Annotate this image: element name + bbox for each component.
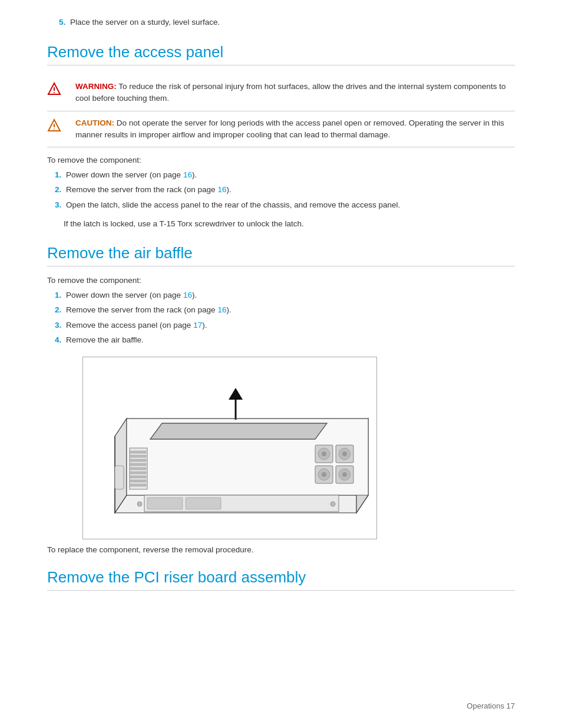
list-item: Power down the server (on page 16). (64, 169, 515, 181)
svg-point-41 (330, 502, 335, 506)
svg-rect-15 (130, 455, 146, 457)
svg-point-2 (54, 92, 55, 93)
svg-rect-17 (130, 463, 146, 466)
svg-rect-19 (130, 472, 146, 474)
svg-point-34 (342, 472, 347, 477)
section-access-panel: Remove the access panel WARNING: To redu… (47, 43, 515, 230)
intro-step: 5. Place the server on a sturdy, level s… (47, 18, 515, 27)
svg-rect-22 (130, 484, 146, 486)
caution-icon (47, 118, 68, 134)
figure-air-baffle (82, 357, 377, 539)
list-item: Remove the air baffle. (64, 334, 515, 346)
svg-rect-14 (130, 451, 146, 453)
section1-steps: Power down the server (on page 16). Remo… (47, 169, 515, 211)
figure-svg (85, 360, 374, 536)
section-pci-riser: Remove the PCI riser board assembly (47, 568, 515, 591)
warning-icon (47, 82, 68, 98)
warning-box: WARNING: To reduce the risk of personal … (47, 75, 515, 111)
caution-text: CAUTION: Do not operate the server for l… (75, 117, 515, 141)
caution-body: Do not operate the server for long perio… (75, 118, 504, 139)
step-text: Place the server on a sturdy, level surf… (70, 18, 220, 27)
svg-rect-42 (115, 466, 124, 489)
warning-label: WARNING: (75, 82, 117, 91)
page-footer: Operations 17 (467, 701, 515, 710)
svg-rect-18 (130, 467, 146, 470)
svg-point-40 (137, 502, 142, 506)
link-page16-2[interactable]: 16 (217, 185, 226, 194)
section2-steps: Power down the server (on page 16). Remo… (47, 289, 515, 346)
footer-text: Operations 17 (467, 701, 515, 710)
list-item: Remove the server from the rack (on page… (64, 304, 515, 316)
warning-body: To reduce the risk of personal injury fr… (75, 82, 506, 103)
section1-title: Remove the access panel (47, 43, 515, 65)
caution-box: CAUTION: Do not operate the server for l… (47, 111, 515, 148)
replace-note: To replace the component, reverse the re… (47, 545, 515, 554)
sub-note: If the latch is locked, use a T-15 Torx … (64, 218, 515, 230)
svg-rect-16 (130, 459, 146, 462)
warning-text: WARNING: To reduce the risk of personal … (75, 81, 515, 105)
svg-point-5 (54, 129, 55, 130)
svg-rect-20 (130, 476, 146, 478)
svg-marker-10 (150, 423, 327, 439)
section3-title: Remove the PCI riser board assembly (47, 568, 515, 591)
list-item: Remove the server from the rack (on page… (64, 184, 515, 196)
svg-point-25 (322, 452, 326, 456)
section2-title: Remove the air baffle (47, 244, 515, 266)
list-item: Open the latch, slide the access panel t… (64, 199, 515, 211)
section-air-baffle: Remove the air baffle To remove the comp… (47, 244, 515, 554)
link-page16-4[interactable]: 16 (217, 305, 226, 314)
section2-to-remove: To remove the component: (47, 276, 515, 285)
list-item: Power down the server (on page 16). (64, 289, 515, 301)
step-number: 5. (59, 18, 65, 27)
link-page16-3[interactable]: 16 (183, 291, 192, 299)
svg-point-28 (322, 472, 326, 477)
svg-point-31 (342, 452, 347, 456)
link-page17[interactable]: 17 (193, 321, 202, 330)
svg-rect-21 (130, 480, 146, 482)
list-item: Remove the access panel (on page 17). (64, 319, 515, 331)
caution-label: CAUTION: (75, 118, 114, 127)
svg-marker-12 (229, 388, 243, 400)
svg-rect-36 (147, 498, 183, 509)
section1-to-remove: To remove the component: (47, 156, 515, 164)
svg-rect-37 (186, 498, 221, 509)
link-page16-1[interactable]: 16 (183, 170, 192, 179)
